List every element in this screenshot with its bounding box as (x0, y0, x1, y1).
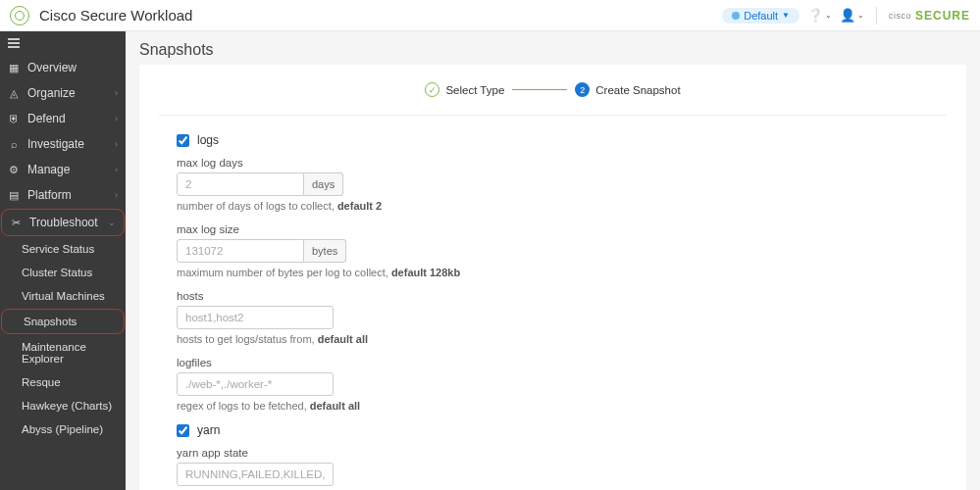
brand-cisco-label: cisco (889, 11, 911, 21)
brand-secure-label: SECURE (915, 9, 970, 23)
sidebar-item-investigate[interactable]: ⌕ Investigate › (0, 131, 126, 157)
chevron-right-icon: › (115, 114, 118, 123)
troubleshoot-icon: ✂ (10, 217, 22, 228)
card: ✓ Select Type 2 Create Snapshot logs max… (139, 65, 966, 490)
main-content: Snapshots ✓ Select Type 2 Create Snapsho… (126, 31, 980, 490)
divider (876, 7, 877, 24)
yarn-label: yarn (197, 423, 220, 437)
hosts-help: hosts to get logs/status from, default a… (177, 333, 530, 345)
logfiles-help: regex of logs to be fetched, default all (177, 400, 530, 412)
maxlogdays-label: max log days (177, 157, 530, 169)
tenant-label: Default (744, 10, 778, 22)
sidebar-item-overview[interactable]: ▦ Overview (0, 55, 126, 80)
logfiles-label: logfiles (177, 357, 530, 368)
yarn-checkbox[interactable] (177, 424, 189, 437)
user-icon[interactable]: 👤⌄ (840, 8, 864, 23)
chevron-down-icon: ▼ (782, 11, 790, 20)
brand: cisco SECURE (889, 9, 970, 23)
sidebar-item-hawkeye[interactable]: Hawkeye (Charts) (0, 394, 126, 417)
sidebar-item-label: Virtual Machines (22, 290, 105, 302)
sidebar-item-label: Overview (27, 61, 77, 74)
step-label: Create Snapshot (595, 84, 680, 96)
product-title: Cisco Secure Workload (39, 7, 192, 24)
maxlogsize-input[interactable] (177, 239, 304, 263)
sidebar: ▦ Overview ◬ Organize › ⛨ Defend › ⌕ Inv… (0, 31, 126, 490)
maxlogsize-suffix: bytes (304, 239, 346, 263)
step-label: Select Type (445, 84, 504, 96)
page-title: Snapshots (139, 41, 966, 59)
chevron-right-icon: › (115, 165, 118, 174)
sidebar-item-label: Resque (22, 376, 61, 388)
overview-icon: ▦ (8, 62, 20, 74)
organize-icon: ◬ (8, 87, 20, 99)
check-icon: ✓ (425, 82, 439, 97)
yarnstate-input[interactable] (177, 463, 334, 486)
sidebar-item-virtual-machines[interactable]: Virtual Machines (0, 284, 126, 308)
sidebar-item-snapshots[interactable]: Snapshots (1, 309, 125, 334)
help-icon[interactable]: ❔⌄ (807, 8, 832, 23)
tenant-selector[interactable]: Default ▼ (722, 8, 799, 24)
manage-icon: ⚙ (8, 164, 20, 175)
maxlogdays-help: number of days of logs to collect, defau… (177, 200, 530, 212)
sidebar-item-label: Organize (27, 86, 76, 100)
sidebar-item-abyss[interactable]: Abyss (Pipeline) (0, 417, 126, 441)
sidebar-item-resque[interactable]: Resque (0, 370, 126, 394)
sidebar-item-label: Defend (27, 112, 66, 125)
logs-checkbox[interactable] (177, 134, 189, 147)
chevron-right-icon: › (115, 88, 118, 98)
investigate-icon: ⌕ (8, 138, 20, 150)
maxlogsize-label: max log size (177, 223, 530, 235)
step-number: 2 (575, 82, 590, 97)
maxlogdays-input[interactable] (177, 172, 304, 196)
sidebar-item-label: Platform (27, 188, 72, 202)
maxlogdays-suffix: days (304, 172, 343, 196)
sidebar-item-label: Service Status (22, 243, 94, 255)
logs-label: logs (197, 133, 219, 147)
platform-icon: ▤ (8, 189, 20, 201)
chevron-right-icon: › (115, 190, 118, 200)
hamburger-icon[interactable] (0, 31, 126, 55)
step-select-type[interactable]: ✓ Select Type (425, 82, 504, 97)
form: logs max log days days number of days of… (177, 133, 530, 490)
topbar: Cisco Secure Workload Default ▼ ❔⌄ 👤⌄ ci… (0, 0, 980, 31)
sidebar-item-label: Investigate (27, 137, 84, 151)
chevron-down-icon: ⌄ (108, 218, 116, 227)
yarnstate-label: yarn app state (177, 447, 530, 459)
hosts-label: hosts (177, 290, 530, 302)
logfiles-input[interactable] (177, 372, 334, 396)
step-create-snapshot[interactable]: 2 Create Snapshot (575, 82, 680, 97)
sidebar-item-label: Hawkeye (Charts) (22, 400, 112, 412)
sidebar-item-service-status[interactable]: Service Status (0, 237, 126, 261)
sidebar-item-maintenance-explorer[interactable]: Maintenance Explorer (0, 335, 126, 370)
hosts-input[interactable] (177, 306, 334, 329)
sidebar-item-defend[interactable]: ⛨ Defend › (0, 106, 126, 131)
sidebar-item-platform[interactable]: ▤ Platform › (0, 182, 126, 208)
maxlogsize-help: maximum number of bytes per log to colle… (177, 267, 530, 278)
stepper: ✓ Select Type 2 Create Snapshot (159, 78, 947, 116)
sidebar-item-label: Maintenance Explorer (22, 341, 118, 365)
sidebar-item-organize[interactable]: ◬ Organize › (0, 80, 126, 106)
sidebar-item-cluster-status[interactable]: Cluster Status (0, 261, 126, 284)
sidebar-item-label: Snapshots (24, 316, 77, 327)
sidebar-item-troubleshoot[interactable]: ✂ Troubleshoot ⌄ (1, 209, 125, 236)
product-logo-icon (10, 6, 29, 25)
step-connector (512, 89, 567, 90)
sidebar-item-label: Manage (27, 163, 70, 176)
defend-icon: ⛨ (8, 113, 20, 124)
sidebar-item-manage[interactable]: ⚙ Manage › (0, 157, 126, 182)
sidebar-item-label: Troubleshoot (29, 216, 98, 229)
sidebar-item-label: Cluster Status (22, 267, 92, 278)
sidebar-item-label: Abyss (Pipeline) (22, 423, 103, 435)
chevron-right-icon: › (115, 139, 118, 149)
